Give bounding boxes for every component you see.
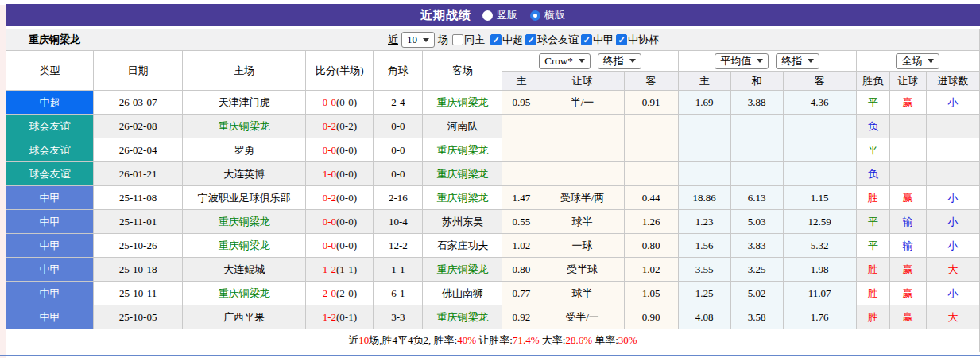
result-winloss: 平 bbox=[856, 138, 889, 162]
match-score: 0-0(0-0) bbox=[306, 210, 374, 234]
fulltime-score: 0-2 bbox=[323, 120, 336, 132]
odds-avg-away bbox=[783, 115, 856, 138]
halftime-score: (0-0) bbox=[336, 239, 357, 251]
odds-group-average: 平均值 终指 bbox=[678, 51, 856, 72]
results-table: 类型 日期 主场 比分(半场) 角球 客场 Crow* 终指 bbox=[6, 50, 980, 352]
bookmaker-select[interactable]: Crow* bbox=[539, 53, 590, 69]
match-score: 1-2(1-1) bbox=[306, 258, 374, 282]
fulltime-score: 0-0 bbox=[323, 239, 336, 251]
match-date: 25-10-11 bbox=[94, 282, 183, 305]
league-label: 球会友谊 bbox=[537, 33, 579, 47]
result-handicap: 输 bbox=[889, 210, 926, 234]
league-checkbox[interactable] bbox=[525, 34, 536, 45]
title-bar: 近期战绩 竖版横版 bbox=[6, 4, 980, 26]
same-home-filter: 同主 bbox=[451, 33, 486, 47]
recent-results-panel: 近期战绩 竖版横版 重庆铜梁龙 近 10 场 同主 中超球会友谊中甲中协杯 bbox=[6, 4, 980, 352]
odds-avg-draw bbox=[730, 115, 783, 138]
halftime-score: (0-2) bbox=[336, 120, 357, 132]
corner-score: 2-16 bbox=[374, 186, 423, 210]
col-header-crow-handicap: 让球 bbox=[540, 72, 624, 91]
view-option-label: 竖版 bbox=[497, 8, 517, 22]
result-goals bbox=[926, 138, 979, 162]
result-winloss: 负 bbox=[856, 162, 889, 186]
table-row: 中甲25-11-08宁波职业足球俱乐部0-2(0-0)2-16重庆铜梁龙1.47… bbox=[6, 186, 980, 210]
recent-link[interactable]: 近 bbox=[388, 33, 398, 47]
odds-crow-handicap bbox=[540, 138, 624, 162]
match-type-badge: 中甲 bbox=[6, 210, 94, 234]
col-header-corner: 角球 bbox=[374, 51, 423, 91]
league-checkbox[interactable] bbox=[616, 34, 627, 45]
same-home-checkbox[interactable] bbox=[452, 34, 463, 45]
col-header-away: 客场 bbox=[423, 51, 502, 91]
odds-crow-home bbox=[502, 138, 540, 162]
result-winloss: 胜 bbox=[856, 258, 889, 282]
match-type-badge: 中甲 bbox=[6, 305, 94, 329]
result-handicap bbox=[889, 162, 926, 186]
match-date: 26-01-21 bbox=[94, 162, 183, 186]
league-filter: 中甲 bbox=[580, 33, 615, 47]
average-select-value: 平均值 bbox=[720, 54, 751, 68]
odds-avg-draw bbox=[730, 162, 783, 186]
league-checkbox[interactable] bbox=[490, 34, 502, 45]
table-row: 球会友谊26-02-04罗勇0-0(0-0)0-0重庆铜梁龙平 bbox=[6, 138, 980, 162]
radio-icon[interactable] bbox=[482, 10, 493, 21]
col-header-date: 日期 bbox=[94, 51, 183, 91]
summary-segment: 30% bbox=[618, 334, 637, 346]
col-header-score: 比分(半场) bbox=[306, 51, 374, 91]
odds-avg-draw: 6.13 bbox=[730, 186, 783, 210]
table-row: 球会友谊26-02-08重庆铜梁龙0-2(0-2)0-0河南队负 bbox=[6, 115, 980, 138]
league-label: 中超 bbox=[502, 33, 523, 47]
recent-count-select[interactable]: 10 bbox=[401, 32, 435, 48]
chevron-down-icon bbox=[629, 59, 636, 63]
away-team: 重庆铜梁龙 bbox=[423, 186, 502, 210]
league-checkbox[interactable] bbox=[581, 34, 592, 45]
odds-crow-home bbox=[502, 162, 540, 186]
odds-crow-home bbox=[502, 115, 540, 138]
col-header-type: 类型 bbox=[6, 51, 94, 91]
view-option[interactable]: 横版 bbox=[530, 8, 565, 22]
period-select[interactable]: 全场 bbox=[896, 53, 939, 69]
odds-crow-away bbox=[624, 162, 678, 186]
away-team: 重庆铜梁龙 bbox=[423, 162, 502, 186]
odds-crow-away: 0.90 bbox=[624, 305, 678, 329]
odds-crow-home: 0.80 bbox=[502, 258, 540, 282]
result-winloss: 平 bbox=[856, 234, 889, 258]
odds-crow-away: 1.26 bbox=[624, 210, 678, 234]
col-header-crow-home: 主 bbox=[502, 72, 540, 91]
home-team: 宁波职业足球俱乐部 bbox=[183, 186, 306, 210]
chevron-down-icon bbox=[808, 59, 814, 63]
radio-icon[interactable] bbox=[530, 10, 540, 21]
summary-segment: 10 bbox=[358, 334, 369, 346]
match-date: 25-11-08 bbox=[94, 186, 183, 210]
odds-crow-handicap bbox=[540, 115, 624, 138]
average-stage-select[interactable]: 终指 bbox=[776, 53, 819, 69]
fulltime-score: 0-0 bbox=[323, 144, 336, 156]
odds-avg-draw bbox=[730, 138, 783, 162]
average-select[interactable]: 平均值 bbox=[715, 53, 769, 69]
odds-crow-home: 0.55 bbox=[502, 210, 540, 234]
fulltime-score: 0-0 bbox=[323, 216, 336, 228]
same-home-label: 同主 bbox=[464, 33, 485, 47]
table-row: 中超26-03-07天津津门虎0-0(0-0)2-4重庆铜梁龙0.95半/一0.… bbox=[6, 91, 980, 115]
fulltime-score: 1-2 bbox=[323, 263, 336, 275]
fulltime-score: 1-0 bbox=[323, 168, 336, 180]
odds-crow-handicap: 球半 bbox=[540, 210, 624, 234]
result-winloss: 胜 bbox=[856, 282, 889, 305]
result-goals: 小 bbox=[926, 91, 979, 115]
team-name: 重庆铜梁龙 bbox=[29, 33, 80, 47]
odds-group-result: 全场 bbox=[856, 51, 979, 72]
view-option[interactable]: 竖版 bbox=[482, 8, 517, 22]
odds-avg-home bbox=[678, 138, 730, 162]
col-header-winloss: 胜负 bbox=[856, 72, 889, 91]
odds-avg-away: 5.32 bbox=[783, 234, 856, 258]
odds-crow-handicap: 一球 bbox=[540, 234, 624, 258]
bookmaker-stage-select[interactable]: 终指 bbox=[598, 53, 641, 69]
fulltime-score: 2-0 bbox=[323, 287, 336, 299]
match-score: 0-0(0-0) bbox=[306, 138, 374, 162]
result-goals: 大 bbox=[926, 305, 979, 329]
match-type-badge: 中甲 bbox=[6, 186, 94, 210]
odds-crow-handicap: 受半球 bbox=[540, 258, 624, 282]
match-type-badge: 球会友谊 bbox=[6, 162, 94, 186]
league-label: 中协杯 bbox=[628, 33, 659, 47]
table-header: 类型 日期 主场 比分(半场) 角球 客场 Crow* 终指 bbox=[6, 51, 980, 91]
